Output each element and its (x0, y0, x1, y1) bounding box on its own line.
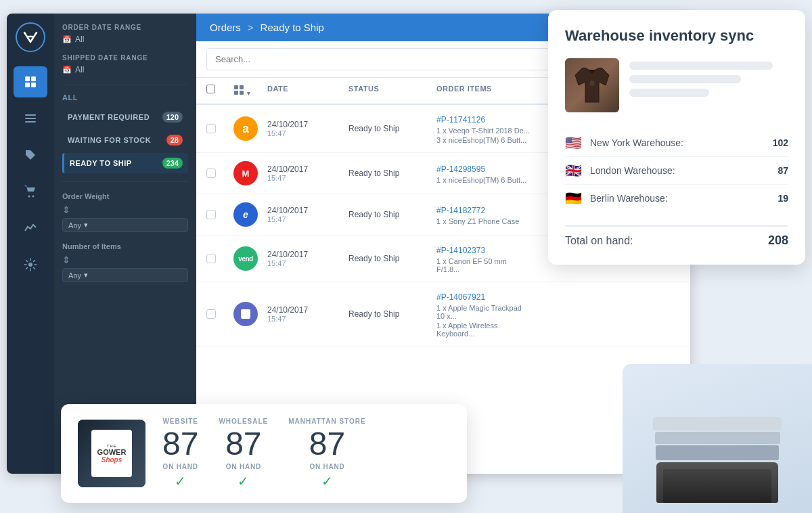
sidebar-icon-tag[interactable] (14, 139, 47, 171)
row-channel-4: vend (233, 246, 267, 271)
product-lines (629, 58, 788, 97)
sidebar-icon-settings[interactable] (14, 249, 47, 280)
breadcrumb-orders: Orders (210, 22, 241, 33)
shipped-date-value[interactable]: 📅 All (62, 65, 188, 74)
col-checkbox (206, 85, 233, 97)
product-thumbnail (565, 58, 619, 112)
table-row: 24/10/2017 15:47 Ready to Ship #P-140679… (196, 282, 690, 347)
calendar-icon: 📅 (62, 35, 72, 44)
all-label: ALL (62, 93, 188, 102)
row-date-4: 24/10/2017 15:47 (267, 250, 348, 267)
channel-logo-amazon: a (233, 116, 258, 141)
row-checkbox-1[interactable] (206, 124, 233, 133)
order-link-5[interactable]: #P-14067921 (436, 292, 485, 302)
row-status-2: Ready to Ship (348, 169, 436, 178)
calendar-icon-2: 📅 (62, 66, 72, 74)
order-weight-section: Order Weight ⇕ Any ▾ (62, 192, 188, 232)
order-link-1[interactable]: #P-11741126 (436, 115, 485, 125)
warehouse-count-berlin: 19 (777, 193, 788, 204)
svg-rect-4 (25, 114, 36, 116)
order-link-4[interactable]: #P-14102373 (436, 246, 485, 255)
svg-point-8 (32, 196, 35, 198)
row-channel-1: a (233, 116, 267, 141)
warehouse-row-berlin: 🇩🇪 Berlin Warehouse: 19 (565, 185, 788, 212)
flag-gb: 🇬🇧 (565, 162, 582, 179)
row-status-1: Ready to Ship (348, 124, 436, 133)
order-date-value[interactable]: 📅 All (62, 35, 188, 44)
waiting-for-stock-badge: 28 (166, 135, 183, 146)
row-channel-3: e (233, 202, 267, 227)
col-channel-arrow: ▾ (247, 90, 251, 97)
order-weight-dropdown[interactable]: Any ▾ (62, 218, 188, 232)
sidebar-icon-analytics[interactable] (14, 213, 47, 244)
sidebar-icon-cart[interactable] (14, 176, 47, 207)
warehouse-count-london: 87 (777, 165, 788, 176)
order-items-4: 1 x Canon EF 50 mm F/1.8... (436, 257, 531, 273)
svg-rect-5 (25, 118, 36, 119)
channel-stat-website: WEBSITE 87 ON HAND ✓ (162, 418, 198, 489)
svg-rect-0 (25, 76, 30, 81)
svg-point-7 (28, 196, 30, 198)
row-status-5: Ready to Ship (348, 309, 436, 319)
order-link-2[interactable]: #P-14298595 (436, 164, 485, 174)
row-order-2: #P-14298595 1 x niceEshop(TM) 6 Butt... (436, 162, 531, 184)
slider-icon-items: ⇕ (62, 254, 70, 265)
chevron-items: ▾ (84, 271, 88, 280)
status-waiting-for-stock[interactable]: WAITING FOR STOCK 28 (62, 130, 188, 150)
sidebar-icon-list[interactable] (14, 103, 47, 134)
tshirt-text-gower: GOWER (97, 448, 127, 456)
logo-area (14, 20, 47, 54)
svg-rect-6 (25, 121, 36, 122)
channel-card: THE GOWER Shops WEBSITE 87 ON HAND ✓ WHO… (61, 404, 467, 503)
order-link-3[interactable]: #P-14182772 (436, 206, 485, 215)
tshirt-text-shops: Shops (102, 456, 122, 464)
product-line-3 (629, 89, 709, 97)
check-icon-website: ✓ (175, 473, 186, 489)
check-icon-wholesale: ✓ (238, 473, 249, 489)
row-checkbox-2[interactable] (206, 169, 233, 178)
order-weight-label: Order Weight (62, 192, 188, 200)
ready-to-ship-badge: 234 (162, 158, 183, 169)
number-of-items-label: Number of Items (62, 242, 188, 250)
divider-1 (62, 85, 188, 85)
order-items-5a: 1 x Apple Magic Trackpad 10 x... (436, 304, 531, 320)
warehouse-card: Warehouse inventory sync 🇺🇸 New York War… (548, 10, 805, 265)
total-row: Total on hand: 208 (565, 225, 788, 248)
row-checkbox-3[interactable] (206, 210, 233, 219)
svg-rect-14 (241, 309, 250, 319)
number-of-items-section: Number of Items ⇕ Any ▾ (62, 242, 188, 282)
svg-rect-2 (25, 83, 30, 87)
status-payment-required[interactable]: PAYMENT REQUIRED 120 (62, 107, 188, 127)
total-label: Total on hand: (565, 235, 633, 247)
icon-sidebar (7, 14, 54, 474)
sidebar-icon-dashboard[interactable] (14, 66, 47, 97)
order-date-label: ORDER DATE RANGE (62, 24, 188, 31)
status-ready-to-ship[interactable]: READY TO SHIP 234 (62, 153, 188, 173)
product-line-2 (629, 75, 741, 83)
channel-product-image: THE GOWER Shops (78, 420, 145, 487)
product-line-1 (629, 62, 773, 70)
channel-label-wholesale: WHOLESALE (219, 418, 268, 425)
flag-us: 🇺🇸 (565, 135, 582, 151)
channel-stat-wholesale: WHOLESALE 87 ON HAND ✓ (219, 418, 268, 489)
row-date-5: 24/10/2017 15:47 (267, 305, 348, 323)
channel-label-website: WEBSITE (162, 418, 198, 425)
number-of-items-dropdown[interactable]: Any ▾ (62, 268, 188, 282)
row-checkbox-5[interactable] (206, 309, 233, 319)
ready-to-ship-label: READY TO SHIP (70, 159, 132, 167)
warehouse-rows: 🇺🇸 New York Warehouse: 102 🇬🇧 London War… (565, 129, 788, 212)
channel-label-manhattan: MANHATTAN STORE (288, 418, 365, 425)
channel-logo-shopify (233, 302, 258, 326)
select-all-checkbox[interactable] (206, 85, 215, 93)
svg-point-15 (589, 81, 595, 86)
row-checkbox-4[interactable] (206, 254, 233, 263)
channel-stats: WEBSITE 87 ON HAND ✓ WHOLESALE 87 ON HAN… (162, 418, 366, 489)
check-icon-manhattan: ✓ (321, 473, 333, 489)
channel-count-wholesale: 87 (225, 428, 261, 460)
row-order-5: #P-14067921 1 x Apple Magic Trackpad 10 … (436, 290, 531, 338)
order-items-1: 1 x Veeqo T-Shirt 2018 De... (436, 127, 531, 135)
svg-rect-12 (234, 91, 238, 95)
order-items-2: 1 x niceEshop(TM) 6 Butt... (436, 176, 531, 184)
warehouse-row-london: 🇬🇧 London Warehouse: 87 (565, 157, 788, 185)
warehouse-name-ny: New York Warehouse: (590, 137, 765, 148)
